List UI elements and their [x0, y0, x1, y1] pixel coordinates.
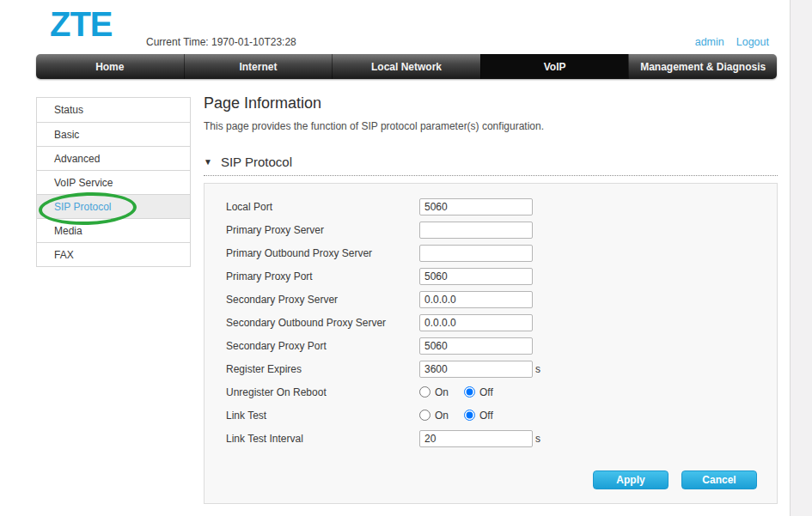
form-row: Secondary Outbound Proxy Server: [226, 311, 777, 334]
sidebar: Status Basic Advanced VoIP Service SIP P…: [36, 97, 191, 267]
primary-outbound-proxy-server-input[interactable]: [419, 245, 533, 262]
scrollbar[interactable]: [790, 0, 812, 516]
radio-option-label: On: [435, 410, 449, 422]
field-label: Link Test: [226, 410, 419, 422]
tab-home[interactable]: Home: [36, 54, 184, 79]
secondary-proxy-port-input[interactable]: [419, 337, 533, 355]
field-label: Primary Proxy Port: [226, 270, 419, 282]
field-label: Secondary Outbound Proxy Server: [226, 317, 419, 329]
form-row: Primary Proxy Port: [226, 264, 777, 288]
sidebar-item-voip-service[interactable]: VoIP Service: [37, 170, 190, 194]
page-description: This page provides the function of SIP p…: [204, 120, 778, 132]
form-row: Link Test Interval s: [226, 427, 777, 450]
sidebar-item-basic[interactable]: Basic: [37, 122, 190, 146]
sidebar-item-status[interactable]: Status: [37, 98, 190, 122]
field-label: Local Port: [226, 201, 419, 213]
form-row: Secondary Proxy Server: [226, 288, 777, 311]
section-title: SIP Protocol: [221, 155, 292, 169]
field-label: Secondary Proxy Port: [226, 340, 419, 352]
link-test-on-radio[interactable]: [419, 410, 430, 421]
sidebar-item-fax[interactable]: FAX: [37, 242, 190, 266]
form-row: Secondary Proxy Port: [226, 334, 777, 357]
form-row: Unregister On Reboot On Off: [226, 380, 777, 404]
unregister-on-reboot-radio-group: On Off: [419, 386, 493, 398]
field-label: Primary Outbound Proxy Server: [226, 247, 419, 259]
form-row: Register Expires s: [226, 357, 777, 380]
cancel-button[interactable]: Cancel: [681, 470, 757, 489]
secondary-outbound-proxy-server-input[interactable]: [419, 314, 533, 331]
main-content: Page Information This page provides the …: [204, 94, 778, 504]
form-row: Local Port: [226, 195, 777, 218]
primary-proxy-server-input[interactable]: [419, 222, 533, 239]
field-label: Secondary Proxy Server: [226, 294, 419, 306]
form-row: Link Test On Off: [226, 404, 777, 427]
primary-proxy-port-input[interactable]: [419, 268, 533, 285]
admin-user-link[interactable]: admin: [695, 36, 724, 48]
dotted-divider: [204, 175, 778, 176]
form-row: Primary Proxy Server: [226, 218, 777, 241]
unregister-on-reboot-on-radio[interactable]: [419, 386, 430, 398]
tab-internet[interactable]: Internet: [184, 54, 333, 79]
link-test-off-radio[interactable]: [464, 410, 475, 421]
seconds-unit-label: s: [535, 363, 540, 375]
sidebar-item-sip-protocol[interactable]: SIP Protocol: [37, 194, 190, 218]
page-title: Page Information: [204, 94, 778, 112]
field-label: Unregister On Reboot: [226, 386, 419, 398]
radio-option-label: On: [435, 386, 449, 398]
main-nav: Home Internet Local Network VoIP Managem…: [36, 54, 777, 79]
section-header: ▼ SIP Protocol: [204, 155, 778, 169]
current-time: Current Time: 1970-01-10T23:28: [146, 36, 296, 48]
logout-link[interactable]: Logout: [736, 36, 769, 48]
apply-button[interactable]: Apply: [593, 470, 669, 489]
field-label: Primary Proxy Server: [226, 224, 419, 236]
field-label: Link Test Interval: [226, 433, 419, 445]
link-test-radio-group: On Off: [419, 410, 493, 422]
tab-local-network[interactable]: Local Network: [332, 54, 480, 79]
secondary-proxy-server-input[interactable]: [419, 291, 533, 308]
session-links: admin Logout: [695, 36, 769, 48]
collapse-triangle-icon[interactable]: ▼: [204, 157, 212, 167]
zte-logo: ZTE: [50, 5, 113, 44]
local-port-input[interactable]: [419, 198, 533, 216]
button-bar: Apply Cancel: [593, 470, 757, 489]
radio-option-label: Off: [479, 410, 493, 422]
form-row: Primary Outbound Proxy Server: [226, 241, 777, 264]
tab-management-diagnosis[interactable]: Management & Diagnosis: [628, 54, 777, 79]
field-label: Register Expires: [226, 363, 419, 375]
register-expires-input[interactable]: [419, 361, 533, 378]
sip-protocol-panel: Local Port Primary Proxy Server Primary …: [204, 183, 778, 504]
seconds-unit-label: s: [535, 433, 540, 445]
link-test-interval-input[interactable]: [419, 430, 533, 447]
tab-voip[interactable]: VoIP: [480, 54, 629, 79]
unregister-on-reboot-off-radio[interactable]: [464, 386, 475, 398]
sidebar-item-media[interactable]: Media: [37, 218, 190, 242]
radio-option-label: Off: [479, 386, 493, 398]
sidebar-item-advanced[interactable]: Advanced: [37, 146, 190, 170]
